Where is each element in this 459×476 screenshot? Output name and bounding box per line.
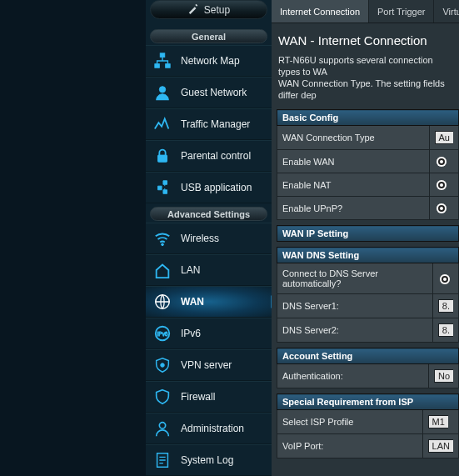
svg-rect-0 (160, 53, 165, 58)
section-header-label: General (192, 32, 226, 42)
section-header-advanced: Advanced Settings (150, 207, 267, 221)
field-label: Authentication: (277, 364, 429, 388)
table-account: Account Setting Authentication: No (277, 348, 459, 388)
auto-dns-radio[interactable] (440, 274, 450, 284)
sidebar-item-label: VPN server (181, 359, 267, 371)
sidebar-item-usb-application[interactable]: USB application (146, 172, 272, 203)
sidebar-item-label: System Log (181, 454, 267, 466)
left-gutter (0, 0, 146, 476)
field-label: DNS Server1: (277, 294, 433, 318)
field-label: WAN Connection Type (277, 126, 430, 150)
vpn-server-icon (152, 355, 172, 375)
sidebar-item-label: Parental control (181, 150, 267, 162)
sidebar-item-parental-control[interactable]: Parental control (146, 140, 272, 172)
group-header: Account Setting (277, 348, 459, 364)
form-area: Basic Config WAN Connection Type Au Enab… (272, 109, 459, 476)
group-header: WAN IP Setting (277, 226, 459, 242)
ipv6-icon: IPv6 (152, 323, 172, 343)
field-label: VoIP Port: (277, 434, 423, 458)
sidebar-item-label: Firewall (181, 391, 267, 403)
table-wan-dns: WAN DNS Setting Connect to DNS Server au… (277, 247, 459, 343)
svg-text:IPv6: IPv6 (157, 331, 168, 337)
sidebar-item-wan[interactable]: WAN (146, 286, 272, 318)
sidebar-item-lan[interactable]: LAN (146, 254, 272, 286)
authentication-select[interactable]: No (434, 369, 453, 383)
setup-label: Setup (204, 4, 230, 16)
setup-button[interactable]: Setup (150, 0, 267, 19)
svg-rect-1 (155, 64, 160, 68)
section-header-label: Advanced Settings (167, 209, 250, 219)
network-map-icon (152, 51, 172, 71)
guest-network-icon (152, 83, 172, 103)
tab-label: Port Trigger (377, 7, 425, 17)
group-header: Special Requirement from ISP (277, 394, 459, 410)
administration-icon (152, 418, 172, 438)
field-label: Select ISP Profile (277, 410, 423, 434)
sidebar-item-traffic-manager[interactable]: Traffic Manager (146, 108, 272, 140)
sidebar-item-label: Traffic Manager (181, 118, 267, 130)
field-label: Enable WAN (277, 150, 430, 173)
sidebar-item-label: Network Map (181, 55, 267, 67)
field-label: Enable NAT (277, 173, 430, 197)
lan-icon (152, 260, 172, 280)
svg-point-10 (159, 423, 165, 428)
tab-label: Virtual (442, 7, 459, 17)
tab-virtual[interactable]: Virtual (434, 0, 459, 23)
voip-port-select[interactable]: LAN (428, 439, 453, 453)
wand-icon (187, 3, 199, 17)
sidebar: Setup General Network Map Guest Network … (146, 0, 272, 476)
table-wan-ip: WAN IP Setting (277, 225, 459, 242)
group-header: Basic Config (277, 110, 459, 126)
enable-upnp-radio[interactable] (437, 203, 447, 213)
sidebar-item-label: IPv6 (181, 328, 267, 339)
sidebar-item-label: LAN (181, 264, 267, 276)
app-root: Setup General Network Map Guest Network … (0, 0, 459, 476)
page-title: WAN - Internet Connection (272, 23, 459, 54)
wireless-icon (152, 228, 172, 248)
enable-nat-radio[interactable] (437, 180, 447, 190)
field-label: Enable UPnP? (277, 197, 430, 220)
tab-bar: Internet Connection Port Trigger Virtual (272, 0, 459, 23)
tab-port-trigger[interactable]: Port Trigger (369, 0, 434, 23)
wan-connection-type-select[interactable]: Au (435, 131, 453, 144)
sidebar-item-firewall[interactable]: Firewall (146, 381, 272, 413)
table-isp: Special Requirement from ISP Select ISP … (277, 393, 459, 458)
svg-point-9 (161, 363, 165, 368)
sidebar-item-label: Wireless (181, 233, 267, 244)
enable-wan-radio[interactable] (437, 157, 447, 167)
main-content: Internet Connection Port Trigger Virtual… (272, 0, 459, 476)
svg-point-5 (162, 243, 164, 246)
page-description-line: RT-N66U supports several connection type… (278, 55, 433, 77)
section-header-general: General (150, 29, 267, 43)
sidebar-item-label: Guest Network (181, 87, 267, 98)
page-description-line: WAN Connection Type. The setting fields … (278, 78, 445, 100)
sidebar-item-wireless[interactable]: Wireless (146, 223, 272, 254)
page-description: RT-N66U supports several connection type… (272, 54, 459, 109)
table-basic-config: Basic Config WAN Connection Type Au Enab… (277, 109, 459, 220)
dns-server1-input[interactable]: 8. (438, 299, 453, 313)
sidebar-item-administration[interactable]: Administration (146, 413, 272, 444)
parental-control-icon (152, 146, 172, 166)
tab-internet-connection[interactable]: Internet Connection (272, 0, 369, 23)
system-log-icon (152, 450, 172, 470)
traffic-manager-icon (152, 114, 172, 134)
dns-server2-input[interactable]: 8. (438, 323, 453, 337)
firewall-icon (152, 387, 172, 407)
isp-profile-select[interactable]: M1 (428, 415, 448, 428)
sidebar-item-guest-network[interactable]: Guest Network (146, 77, 272, 108)
svg-rect-2 (166, 64, 171, 68)
sidebar-item-network-map[interactable]: Network Map (146, 45, 272, 77)
tab-label: Internet Connection (280, 7, 360, 17)
usb-application-icon (152, 178, 172, 198)
field-label: Connect to DNS Server automatically? (277, 263, 433, 294)
sidebar-item-system-log[interactable]: System Log (146, 444, 272, 476)
svg-point-3 (159, 87, 165, 93)
svg-rect-4 (158, 155, 167, 162)
sidebar-item-label: WAN (181, 296, 267, 308)
sidebar-item-vpn-server[interactable]: VPN server (146, 349, 272, 381)
sidebar-item-label: USB application (181, 182, 267, 193)
field-label: DNS Server2: (277, 318, 433, 343)
group-header: WAN DNS Setting (277, 248, 459, 263)
sidebar-item-ipv6[interactable]: IPv6 IPv6 (146, 318, 272, 349)
sidebar-item-label: Administration (181, 423, 267, 434)
